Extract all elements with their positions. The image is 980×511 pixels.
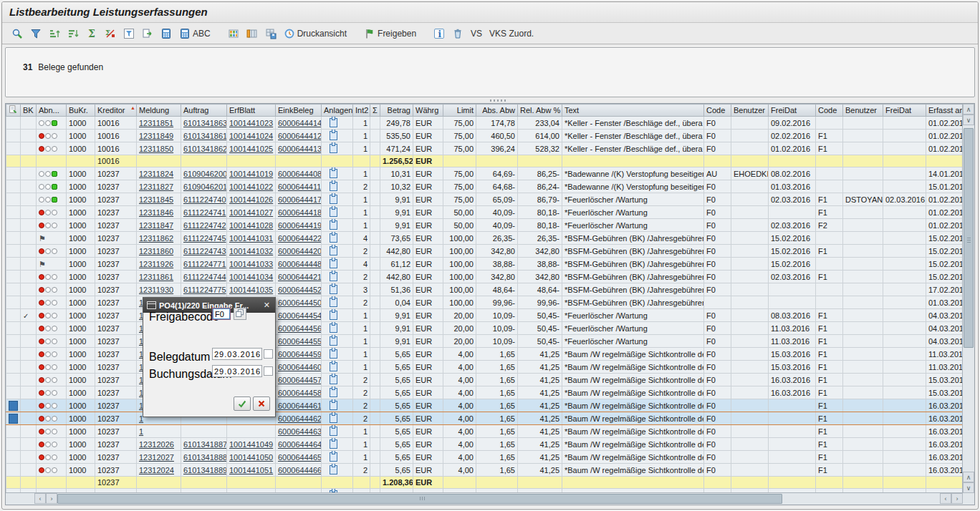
auftrag-link[interactable]: 6101341861 (183, 132, 227, 140)
anlagen-cell[interactable] (322, 117, 353, 130)
einkbeleg-link[interactable]: 6000644458 (278, 389, 322, 397)
scroll-left-button[interactable]: ‹ (34, 493, 46, 504)
attachment-icon[interactable] (330, 427, 337, 436)
column-header-Meldung[interactable]: Meldung (137, 104, 181, 117)
attachment-icon[interactable] (330, 208, 337, 217)
meldung-link[interactable]: 12311847 (139, 221, 173, 230)
einkbeleg-link[interactable]: 6000644411 (278, 182, 321, 191)
auftrag-link[interactable]: 6101341863 (183, 119, 227, 127)
anlagen-cell[interactable] (322, 399, 353, 412)
table-row[interactable]: 1000102371231182761090462011001441022600… (6, 180, 965, 193)
table-row[interactable]: ⚑100010237123119266111224771100144103360… (6, 258, 965, 271)
scroll-up-button[interactable]: ∧ (963, 104, 974, 115)
meldung-link[interactable]: 12312026 (139, 440, 174, 449)
erfblatt-link[interactable]: 1001441051 (229, 466, 273, 474)
dialog-cancel-button[interactable] (253, 396, 270, 411)
einkbeleg-link[interactable]: 6000644465 (278, 453, 322, 462)
toolbar-release-button[interactable]: Freigeben (362, 26, 418, 41)
anlagen-cell[interactable] (322, 309, 353, 322)
anlagen-cell[interactable] (322, 296, 353, 309)
vertical-scroll-thumb[interactable] (964, 128, 974, 348)
attachment-icon[interactable] (330, 131, 337, 140)
auftrag-link[interactable]: 6109046201 (183, 182, 227, 191)
attachment-icon[interactable] (330, 388, 337, 397)
meldung-link[interactable]: 12311926 (139, 260, 173, 268)
row-select-cell[interactable] (6, 155, 21, 167)
subtotal-row[interactable]: 100161.256,52EUR (6, 155, 965, 167)
toolbar-print-preview-button[interactable]: Druckansicht (282, 26, 349, 41)
matchcode-button[interactable] (234, 308, 246, 320)
toolbar-export-button[interactable] (140, 26, 155, 41)
erfblatt-link[interactable]: 1001441019 (229, 170, 273, 178)
row-select-cell[interactable] (6, 283, 21, 296)
erfblatt-link[interactable]: 1001441027 (229, 208, 273, 217)
einkbeleg-link[interactable]: 6000644466 (278, 466, 322, 474)
column-header-Kreditor[interactable]: Kreditor▲ (95, 104, 137, 117)
auftrag-link[interactable]: 6111224775 (183, 286, 226, 294)
column-header-Σ[interactable]: Σ (370, 104, 380, 117)
attachment-icon[interactable] (330, 233, 337, 243)
anlagen-cell[interactable] (322, 361, 353, 374)
anlagen-cell[interactable] (322, 193, 353, 206)
row-select-cell[interactable] (6, 167, 21, 180)
column-header-Erfasst am[interactable]: Erfasst am (926, 104, 965, 117)
column-header-BuKr.[interactable]: BuKr. (67, 104, 95, 117)
column-header-Code[interactable]: Code (816, 104, 843, 117)
attachment-icon[interactable] (330, 349, 337, 359)
meldung-link[interactable]: 12311860 (139, 247, 173, 256)
erfblatt-link[interactable]: 1001441032 (229, 247, 273, 256)
attachment-icon[interactable] (330, 259, 337, 268)
dialog-ok-button[interactable] (234, 396, 251, 411)
toolbar-insert-view-button[interactable] (244, 26, 260, 41)
column-header-Int2[interactable]: Int2 (353, 104, 370, 117)
freigabecode-input[interactable] (212, 308, 231, 320)
meldung-link[interactable]: 12311845 (139, 195, 173, 204)
meldung-link[interactable]: 12311849 (139, 132, 173, 140)
table-row[interactable]: ⚑100010237123118626111224745100144103160… (6, 232, 965, 245)
auftrag-link[interactable]: 6111224745 (183, 234, 226, 243)
row-select-cell[interactable] (6, 258, 21, 271)
row-select-cell[interactable] (6, 245, 21, 258)
column-header-Anlagen[interactable]: Anlagen (322, 104, 353, 117)
toolbar-detail-button[interactable] (9, 26, 25, 41)
row-select-cell[interactable] (6, 386, 21, 399)
column-header-EinkBeleg[interactable]: EinkBeleg (276, 104, 322, 117)
table-row[interactable]: 1000102371231202661013418871001441049600… (6, 438, 965, 451)
erfblatt-link[interactable]: 1001441024 (229, 132, 273, 140)
belegdatum-checkbox[interactable] (264, 349, 273, 359)
attachment-icon[interactable] (330, 336, 337, 346)
attachment-icon[interactable] (330, 182, 337, 191)
erfblatt-link[interactable]: 1001441049 (229, 440, 273, 449)
anlagen-cell[interactable] (322, 167, 353, 180)
erfblatt-link[interactable]: 1001441023 (229, 119, 273, 127)
meldung-link[interactable]: 12311824 (139, 170, 173, 178)
row-select-cell[interactable] (6, 117, 21, 130)
einkbeleg-link[interactable]: 6000644456 (278, 324, 322, 333)
row-select-cell[interactable] (6, 219, 21, 232)
column-header-Text[interactable]: Text (562, 104, 704, 117)
einkbeleg-link[interactable]: 6000644457 (278, 376, 322, 384)
belegdatum-input[interactable] (212, 348, 262, 360)
attachment-icon[interactable] (330, 375, 337, 384)
anlagen-cell[interactable] (322, 142, 353, 155)
einkbeleg-link[interactable]: 6000644461 (278, 402, 322, 410)
einkbeleg-link[interactable]: 6000644450 (278, 298, 322, 307)
auftrag-link[interactable]: 6101341889 (183, 466, 227, 474)
einkbeleg-link[interactable]: 6000644408 (278, 170, 322, 178)
scroll-down-button[interactable]: ∨ (963, 115, 974, 125)
row-select-cell[interactable] (6, 271, 21, 283)
anlagen-cell[interactable] (322, 271, 353, 283)
attachment-icon[interactable] (330, 195, 337, 204)
einkbeleg-link[interactable]: 6000644455 (278, 337, 322, 346)
row-select-cell[interactable] (6, 335, 21, 348)
vertical-scroll-track[interactable] (963, 125, 974, 472)
erfblatt-link[interactable]: 1001441026 (229, 195, 273, 204)
row-select-cell[interactable] (6, 309, 21, 322)
erfblatt-link[interactable]: 1001441022 (229, 182, 273, 191)
table-row[interactable]: 1000102371231184661112247411001441027600… (6, 206, 965, 219)
auftrag-link[interactable]: 6111224744 (183, 273, 226, 281)
row-select-cell[interactable] (6, 232, 21, 245)
meldung-link[interactable]: 12311850 (139, 145, 173, 153)
subtotal-row[interactable]: 102371.208,36EUR (6, 477, 965, 489)
row-select-cell[interactable] (6, 374, 21, 386)
